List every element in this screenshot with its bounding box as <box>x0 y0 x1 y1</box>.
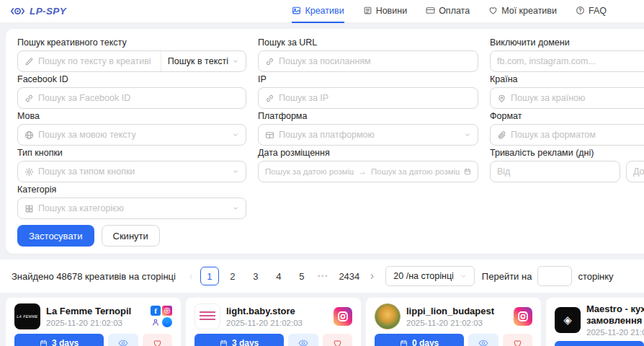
creative-title[interactable]: lippi_lion_budapest <box>406 306 508 317</box>
duration-days-from-control[interactable] <box>490 161 620 182</box>
chevron-down-icon <box>232 131 239 138</box>
nav-item-label: Креативи <box>305 6 344 16</box>
view-button[interactable] <box>108 334 138 346</box>
filter-field-creative-text: Пошук креативного текстуПошук в тексті <box>17 37 246 72</box>
page-button-5[interactable]: 5 <box>292 267 311 285</box>
pagination-ellipsis[interactable]: ••• <box>318 272 328 280</box>
reset-button[interactable]: Скинути <box>102 225 160 247</box>
nav-item-my-creatives[interactable]: Мої креативи <box>488 0 557 23</box>
person-badge-icon[interactable] <box>151 317 161 327</box>
duration-days-to-input[interactable] <box>633 167 644 177</box>
arrow-right-icon: → <box>358 167 367 177</box>
language-input[interactable] <box>38 130 228 140</box>
page-button-last[interactable]: 2434 <box>335 267 363 285</box>
placement-date-from-input[interactable] <box>265 167 354 176</box>
question-icon <box>576 6 585 15</box>
creative-info: Maestro - кухні, ме замовлення в Ужго202… <box>586 303 644 337</box>
pagination-bar: Знайдено 48678 креативів на сторінці 123… <box>0 260 644 293</box>
creative-text-mode-select[interactable]: Пошук в тексті <box>161 51 239 71</box>
country-input[interactable] <box>511 93 644 103</box>
results-summary: Знайдено 48678 креативів на сторінці <box>12 271 176 282</box>
platform-control[interactable] <box>258 124 478 146</box>
nav-item-payment[interactable]: Оплата <box>426 0 470 23</box>
category-input[interactable] <box>38 203 228 213</box>
button-type-input[interactable] <box>38 167 228 177</box>
pager: 12345•••2434 <box>184 267 379 285</box>
prev-page-button[interactable] <box>187 272 195 280</box>
exclude-domains-control[interactable] <box>490 50 644 72</box>
chevron-down-icon <box>464 131 471 138</box>
creative-text-control[interactable]: Пошук в тексті <box>17 50 246 72</box>
creative-avatar <box>375 303 401 329</box>
gear-icon <box>24 167 34 177</box>
view-button[interactable] <box>468 334 498 346</box>
favorite-button[interactable] <box>143 334 172 346</box>
duration-days-to-control[interactable] <box>626 161 644 182</box>
favorite-button[interactable] <box>323 334 352 346</box>
duration-days-from-input[interactable] <box>497 167 613 177</box>
nav-item-faq[interactable]: FAQ <box>576 0 607 23</box>
button-type-control[interactable] <box>17 161 246 182</box>
page-button-2[interactable]: 2 <box>223 267 242 285</box>
image-icon <box>292 6 301 15</box>
instagram-icon[interactable] <box>162 306 172 316</box>
page-button-1[interactable]: 1 <box>200 267 219 285</box>
days-active-button[interactable] <box>555 341 644 346</box>
eye-icon <box>478 338 488 346</box>
heart-icon <box>153 339 162 346</box>
favorite-button[interactable] <box>503 334 532 346</box>
field-label: Формат <box>490 111 644 121</box>
language-control[interactable] <box>17 124 246 146</box>
placement-date-range-picker[interactable]: → <box>258 161 478 182</box>
nav-item-creatives[interactable]: Креативи <box>292 0 344 23</box>
creative-card: LA FEMMELa Femme Ternopil2025-11-20 21:0… <box>6 298 181 346</box>
apply-button[interactable]: Застосувати <box>17 225 94 247</box>
days-active-button[interactable]: 0 days <box>375 334 464 346</box>
page-button-3[interactable]: 3 <box>246 267 265 285</box>
chevron-right-icon <box>368 272 376 280</box>
page-button-4[interactable]: 4 <box>269 267 288 285</box>
platform-input[interactable] <box>279 130 460 140</box>
creative-text-input[interactable] <box>38 56 155 66</box>
heart-icon <box>513 339 522 346</box>
creative-title[interactable]: Maestro - кухні, ме замовлення в Ужго <box>586 303 644 327</box>
url-input[interactable] <box>279 56 471 66</box>
field-label: Категорія <box>17 185 246 195</box>
view-button[interactable] <box>288 334 318 346</box>
creative-actions: 3 days <box>194 334 352 346</box>
days-active-button[interactable]: 3 days <box>14 334 104 346</box>
goto-label: Перейти на <box>482 271 532 282</box>
pencil-icon <box>24 57 34 66</box>
country-control[interactable] <box>490 87 644 109</box>
facebook-icon[interactable] <box>151 306 161 316</box>
next-page-button[interactable] <box>368 272 376 280</box>
url-control[interactable] <box>258 50 478 72</box>
format-input[interactable] <box>511 130 644 140</box>
instagram-large-icon[interactable] <box>514 307 532 326</box>
filter-field-facebook-id: Facebook ID <box>17 74 246 109</box>
filter-field-ip: IP <box>258 74 478 109</box>
days-active-button[interactable]: 3 days <box>194 334 284 346</box>
ip-control[interactable] <box>258 87 478 109</box>
filter-field-button-type: Тип кнопки <box>17 148 246 182</box>
nav-item-news[interactable]: Новини <box>363 0 408 23</box>
placement-date-to-input[interactable] <box>371 167 460 176</box>
instagram-large-icon[interactable] <box>334 307 352 326</box>
days-label: 0 days <box>412 338 439 346</box>
filter-field-url: Пошук за URL <box>258 37 478 72</box>
app-logo[interactable]: LP-SPY <box>10 4 66 19</box>
avatar-logo-lines <box>200 311 215 322</box>
creative-date: 2025-11-20 21:02:03 <box>46 319 145 327</box>
page-size-select[interactable]: 20 /на сторінці <box>385 266 475 286</box>
creative-title[interactable]: light.baby.store <box>226 306 328 317</box>
chevron-left-icon <box>187 272 195 280</box>
format-control[interactable] <box>490 124 644 146</box>
ip-input[interactable] <box>279 93 471 103</box>
exclude-domains-input[interactable] <box>497 56 644 66</box>
category-control[interactable] <box>17 198 246 219</box>
messenger-icon[interactable] <box>162 317 172 327</box>
creative-title[interactable]: La Femme Ternopil <box>46 306 145 317</box>
facebook-id-control[interactable] <box>17 87 246 109</box>
facebook-id-input[interactable] <box>38 93 239 103</box>
goto-page-input[interactable] <box>537 266 572 286</box>
